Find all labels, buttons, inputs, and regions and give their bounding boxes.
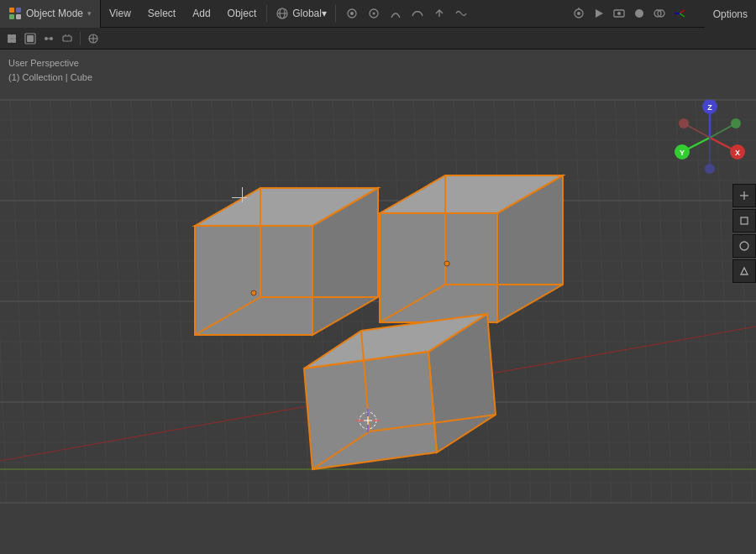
svg-point-16 [617, 12, 621, 15]
svg-rect-28 [27, 35, 34, 42]
curve-btn[interactable] [408, 4, 427, 23]
menu-object[interactable]: Object [219, 0, 265, 28]
menu-select[interactable]: Select [139, 0, 184, 28]
wave-btn[interactable] [452, 4, 470, 23]
svg-point-29 [45, 37, 48, 40]
svg-text:Z: Z [707, 103, 712, 112]
global-chevron: ▾ [322, 8, 327, 19]
overlay-icon-btn[interactable] [650, 4, 669, 23]
svg-rect-32 [63, 36, 71, 41]
svg-text:Y: Y [680, 149, 685, 157]
side-icon-4[interactable] [732, 259, 756, 283]
shading-icon-btn[interactable] [630, 4, 648, 23]
gizmo-icon-btn[interactable] [670, 4, 689, 23]
render-icon-btn[interactable] [590, 4, 608, 23]
second-toolbar [0, 28, 756, 50]
svg-rect-26 [12, 39, 16, 43]
menu-view[interactable]: View [101, 0, 139, 28]
svg-rect-1 [16, 8, 21, 13]
global-selector[interactable]: Global ▾ [269, 0, 333, 28]
grid [0, 50, 756, 554]
svg-line-21 [680, 13, 685, 17]
tb2-icon-2[interactable] [22, 30, 39, 47]
svg-point-10 [372, 13, 375, 15]
extra-btn[interactable] [430, 4, 449, 23]
svg-rect-23 [8, 34, 12, 39]
side-icon-3[interactable] [732, 234, 756, 258]
global-icon [276, 7, 289, 20]
svg-point-88 [731, 118, 741, 128]
svg-rect-0 [9, 8, 14, 13]
camera-icon-btn[interactable] [570, 4, 588, 23]
svg-rect-93 [741, 217, 748, 224]
separator-2 [335, 5, 336, 22]
side-icon-1[interactable] [732, 184, 756, 207]
svg-point-30 [50, 37, 53, 40]
falloff-btn[interactable] [386, 4, 405, 23]
svg-point-17 [635, 9, 643, 18]
svg-point-86 [679, 118, 689, 128]
global-label: Global [292, 8, 322, 19]
snap-btn[interactable] [343, 4, 361, 23]
axis-gizmo[interactable]: Z X Y [672, 100, 748, 175]
mode-icon [8, 7, 22, 20]
svg-marker-14 [596, 9, 603, 18]
svg-rect-25 [8, 39, 12, 43]
axis-gizmo-svg: Z X Y [672, 100, 748, 175]
menu-add[interactable]: Add [184, 0, 218, 28]
tb2-sep-1 [80, 32, 81, 45]
tb2-icon-4[interactable] [59, 30, 76, 47]
tb2-icon-1[interactable] [3, 30, 20, 47]
viewport[interactable]: User Perspective (1) Collection | Cube Z… [0, 50, 756, 554]
mode-selector[interactable]: Object Mode ▾ [0, 0, 101, 28]
options-button[interactable]: Options [705, 0, 756, 28]
mode-chevron: ▾ [87, 9, 92, 18]
options-label: Options [713, 8, 748, 20]
svg-line-20 [680, 10, 685, 13]
svg-text:X: X [735, 149, 740, 157]
proportional-btn[interactable] [365, 4, 383, 23]
svg-point-94 [740, 242, 748, 250]
svg-rect-2 [9, 14, 14, 19]
svg-rect-24 [12, 34, 16, 39]
svg-point-12 [577, 12, 580, 15]
mode-label: Object Mode [26, 8, 83, 19]
svg-rect-3 [16, 14, 21, 19]
side-icon-2[interactable] [732, 209, 756, 233]
tb2-icon-5[interactable] [85, 30, 102, 47]
top-menu-bar: Object Mode ▾ View Select Add Object Glo… [0, 0, 756, 28]
separator-1 [266, 5, 267, 22]
snap-icons [338, 4, 475, 23]
svg-point-8 [350, 12, 354, 15]
svg-point-90 [705, 164, 715, 174]
side-icons-panel [732, 184, 756, 283]
tb2-icon-3[interactable] [40, 30, 57, 47]
view-icon-btn[interactable] [610, 4, 628, 23]
